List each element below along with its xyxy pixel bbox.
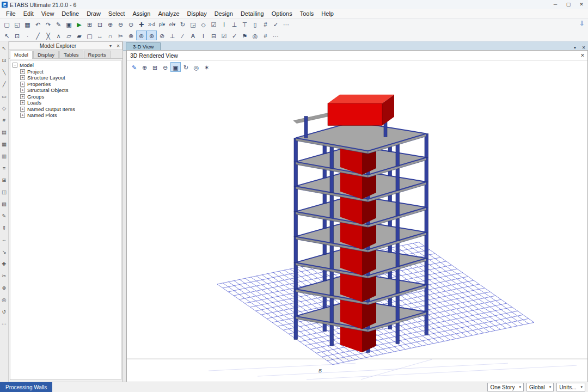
frame-section-icon[interactable]: I: [219, 19, 229, 29]
wall-section-icon[interactable]: ▯: [250, 19, 260, 29]
menu-item[interactable]: Tools: [296, 9, 318, 18]
grid-options-icon[interactable]: #: [260, 19, 271, 29]
menu-item[interactable]: Analyze: [154, 9, 183, 18]
measure-icon[interactable]: ◎: [250, 30, 260, 40]
beam-icon[interactable]: ⊤: [240, 19, 250, 29]
story-select[interactable]: One Story ▾: [487, 383, 524, 391]
axes-icon[interactable]: ✶: [201, 62, 212, 72]
slab-icon[interactable]: ▤: [0, 126, 8, 138]
check-model-icon[interactable]: ✓: [271, 19, 281, 29]
plan-view-icon[interactable]: pl▾: [157, 19, 167, 29]
menu-item[interactable]: Options: [268, 9, 296, 18]
snap-to-joints-icon[interactable]: ⊚: [136, 30, 146, 40]
spin-model-icon[interactable]: ↻: [181, 62, 191, 72]
layers-icon[interactable]: ≡: [0, 162, 8, 174]
expand-box-icon[interactable]: +: [20, 100, 25, 105]
wall-icon[interactable]: ▦: [0, 138, 8, 150]
edit-pencil-icon[interactable]: ✎: [129, 62, 139, 72]
annotate-l-icon[interactable]: l: [198, 30, 209, 40]
3d-canvas[interactable]: B: [127, 73, 587, 382]
tree-node[interactable]: + Loads: [13, 100, 121, 106]
snap-lines-icon[interactable]: ∕: [177, 30, 188, 40]
update-available-icon[interactable]: ⇩: [579, 20, 585, 27]
run-analysis-icon[interactable]: ▶: [74, 19, 84, 29]
edit-icon[interactable]: ✎: [0, 210, 8, 222]
check-icon[interactable]: ✓: [229, 30, 240, 40]
zoom-out-icon[interactable]: ⊖: [115, 19, 126, 29]
perspective-toggle-icon[interactable]: ◇: [198, 19, 209, 29]
zoom-in-icon[interactable]: ⊕: [105, 19, 115, 29]
tree-node-model[interactable]: − Model: [13, 62, 121, 69]
stretch-h-icon[interactable]: ⇔: [0, 234, 8, 246]
view-close-icon[interactable]: ✕: [578, 53, 587, 58]
hatch-icon[interactable]: ▧: [0, 198, 8, 210]
expand-box-icon[interactable]: +: [20, 88, 25, 93]
3d-view-icon[interactable]: 3-d: [146, 19, 157, 29]
tabstrip-close-icon[interactable]: ✕: [579, 45, 588, 50]
tab-3d-view[interactable]: 3-D View: [126, 42, 161, 50]
stretch-v-icon[interactable]: ⇕: [0, 222, 8, 234]
panel-caret-icon[interactable]: ▾: [107, 44, 114, 48]
coord-system-select[interactable]: Global ▾: [526, 383, 554, 391]
draw-area-icon[interactable]: ▭: [0, 90, 8, 102]
model-explorer-header[interactable]: Model Explorer ▾ ✕: [9, 41, 122, 50]
measure-icon[interactable]: ◎: [191, 62, 201, 72]
display-check-icon[interactable]: ☑: [219, 30, 229, 40]
grid-icon[interactable]: #: [0, 114, 8, 126]
menu-item[interactable]: Help: [317, 9, 338, 18]
pen-icon[interactable]: ✎: [53, 19, 64, 29]
menu-item[interactable]: Display: [183, 9, 211, 18]
object-shrink-icon[interactable]: ◲: [188, 19, 198, 29]
tabstrip-caret-icon[interactable]: ▾: [571, 45, 579, 50]
more-draw-tools-icon[interactable]: ⋯: [271, 30, 281, 40]
explorer-tab[interactable]: Model: [10, 51, 33, 59]
elevation-view-icon[interactable]: el▾: [167, 19, 177, 29]
menu-item[interactable]: Assign: [128, 9, 154, 18]
menu-item[interactable]: Define: [58, 9, 83, 18]
zoom-window-icon[interactable]: ⊞: [150, 62, 160, 72]
menu-item[interactable]: Design: [211, 9, 237, 18]
menu-item[interactable]: Edit: [20, 9, 38, 18]
draw-joint-icon[interactable]: ·: [22, 30, 33, 40]
grid-edit-icon[interactable]: #: [260, 30, 271, 40]
support-icon[interactable]: ⊥: [229, 19, 240, 29]
draw-line-b-icon[interactable]: ╱: [0, 78, 8, 90]
menu-item[interactable]: Detailing: [237, 9, 268, 18]
zoom-out-icon[interactable]: ⊖: [160, 62, 170, 72]
close-button[interactable]: ✕: [575, 0, 588, 9]
panel-close-icon[interactable]: ✕: [114, 44, 122, 48]
snap-perpendicular-icon[interactable]: ⊥: [167, 30, 177, 40]
menu-item[interactable]: File: [2, 9, 20, 18]
draw-poly-icon[interactable]: ◇: [0, 102, 8, 114]
add-icon[interactable]: ✚: [0, 258, 8, 270]
save-model-icon[interactable]: ▦: [22, 19, 33, 29]
tree-node[interactable]: + Groups: [13, 94, 121, 100]
add-grid-icon[interactable]: ⊞: [0, 174, 8, 186]
menu-item[interactable]: View: [38, 9, 58, 18]
lock-model-icon[interactable]: ▣: [64, 19, 74, 29]
measure-line-icon[interactable]: ↔: [95, 30, 105, 40]
rotate-view-icon[interactable]: ▣: [170, 62, 181, 72]
undo-icon[interactable]: ↶: [33, 19, 43, 29]
new-model-icon[interactable]: ▢: [2, 19, 12, 29]
remove-icon[interactable]: ⊗: [0, 282, 8, 294]
select-window-icon[interactable]: ⊡: [0, 54, 8, 66]
redo-icon[interactable]: ↷: [43, 19, 53, 29]
annotate-a-icon[interactable]: A: [188, 30, 198, 40]
quick-draw-frame-icon[interactable]: ╳: [43, 30, 53, 40]
deck-icon[interactable]: ▥: [0, 150, 8, 162]
minimize-button[interactable]: ─: [549, 0, 562, 9]
pan-icon[interactable]: ✚: [136, 19, 146, 29]
units-button[interactable]: Units... ▾: [556, 383, 585, 391]
split-view-icon[interactable]: ◫: [0, 186, 8, 198]
collapse-box-icon[interactable]: −: [13, 63, 17, 68]
draw-frame-icon[interactable]: ╱: [33, 30, 43, 40]
snap-to-intersections-icon[interactable]: ⊘: [157, 30, 167, 40]
draw-arc-icon[interactable]: ∩: [105, 30, 115, 40]
pointer-icon[interactable]: ↖: [0, 42, 8, 54]
menu-item[interactable]: Select: [105, 9, 129, 18]
expand-box-icon[interactable]: +: [20, 69, 25, 74]
draw-brace-icon[interactable]: ∧: [53, 30, 64, 40]
tree-node[interactable]: + Named Plots: [13, 112, 121, 119]
explorer-tab[interactable]: Display: [33, 51, 59, 58]
